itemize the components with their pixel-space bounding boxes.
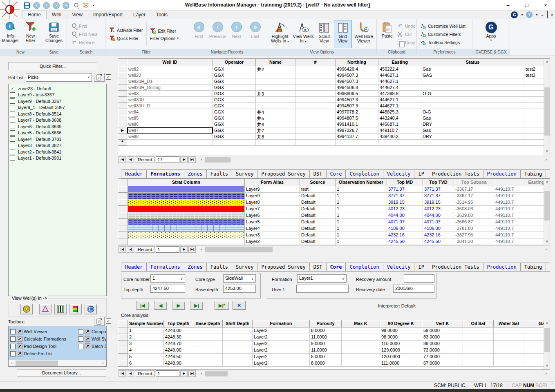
row-selector[interactable] [118,115,127,121]
cell-top_md[interactable]: 4044.00 [387,212,423,219]
cell-obs[interactable]: 1 [336,225,387,232]
first-record-button[interactable]: |◀ [119,156,126,163]
tab-formations[interactable]: Formations [146,263,184,271]
cell-northing[interactable]: 4994137.7 [336,134,378,140]
cell-formation[interactable]: Layer2 [253,327,310,334]
well-row[interactable]: well8GGX井84994137.7439440.2DRY [118,134,550,140]
new-record-selector[interactable]: * [118,140,127,146]
column-header-selector[interactable] [118,179,128,186]
scroll-left-icon[interactable]: ‹ [198,246,205,253]
cell-obs[interactable]: 1 [336,232,387,238]
next-button[interactable]: ›Next [227,20,246,48]
tab-layer[interactable]: Layer [128,11,151,20]
column-header[interactable]: Shift Depth [223,320,253,327]
cell-name[interactable] [256,85,295,91]
row-selector[interactable] [118,186,128,193]
column-header[interactable]: # [295,59,336,66]
list-item-pick[interactable]: Layer9 - test-3367 [10,92,106,98]
cell-extra[interactable] [524,134,544,140]
mdi-minimize-icon[interactable]: – [541,12,543,17]
tab-tools[interactable]: Tools [151,11,173,20]
row-selector[interactable] [118,72,127,78]
cell-northing[interactable]: 4994506.8 [336,85,378,91]
scroll-down-icon[interactable]: ∨ [544,238,550,245]
pick-checkbox[interactable] [10,124,15,129]
close-button[interactable]: × [536,0,555,11]
toolbox-hscrollbar[interactable]: ‹ › [9,360,106,366]
cell-top_subsea[interactable]: -3367.17 [454,186,494,193]
cell-maxk[interactable] [342,334,380,341]
tab-production-tests[interactable]: Production Tests [428,169,483,178]
toolbox-item[interactable]: ↗Well Sym [78,336,107,342]
cell-top[interactable]: 4249.90 [164,360,193,367]
cell-name[interactable]: 井8 [256,134,295,140]
cell-sample[interactable]: 6 [128,360,164,367]
cell-porosity[interactable]: 8.0000 [310,327,342,334]
toolbox-item-checkbox[interactable] [78,329,83,334]
cell-operator[interactable]: GGX [213,115,256,121]
list-item-pick[interactable]: Layer5 - Default-3666 [10,130,106,136]
cell-source[interactable]: test [300,186,336,193]
toolbox-settings-button[interactable]: ToolBox Settings [420,39,465,46]
prev-record-button[interactable]: ◀ [127,246,134,253]
view-wells-in-button[interactable]: View Wells In ▾ [292,20,315,48]
toolbox-item[interactable]: ↗Composi [78,329,107,334]
cell-empty[interactable] [295,140,336,146]
toolbox-item[interactable]: ↗Pad Design Tool [10,343,56,349]
cell-status[interactable]: Gas [421,115,524,121]
strat-pattern-cell[interactable] [128,225,245,232]
column-header[interactable]: Form Alias [245,179,300,186]
first-record-button[interactable]: |◀ [119,246,126,253]
cell-top_tvd[interactable]: 4186.00 [423,225,454,232]
cell-easting[interactable]: 449110.7 [494,219,544,225]
cell-alias[interactable]: Layer9 [245,193,300,199]
pick-checkbox[interactable] [10,118,15,123]
formation-select[interactable]: Layer1∨ [297,274,347,283]
formation-row[interactable]: Layer6Default14044.004044.00-3639.804491… [118,212,550,219]
cell-extra[interactable] [524,127,544,134]
tab-tubing[interactable]: Tubing [520,169,546,178]
column-header[interactable]: Max K [342,320,380,327]
cell-name[interactable] [256,103,295,109]
cell-extra[interactable]: test3 [524,72,544,78]
hot-list-checkbox[interactable]: ✓ [106,74,111,80]
column-header[interactable]: Gas [524,320,544,327]
cell-northing[interactable]: 4994507.3 [336,72,378,78]
tab-proposed-survey[interactable]: Proposed Survey [257,263,309,271]
cell-easting[interactable]: 444627.1 [378,78,421,85]
column-header[interactable] [524,59,544,66]
well-row[interactable]: well20GGX4994507.3444627.1GAStest3 [118,72,550,78]
row-selector[interactable] [118,134,127,140]
cell-water[interactable] [494,341,524,347]
cell-easting[interactable]: 450222.4 [378,66,421,72]
cell-operator[interactable]: GGX [213,85,256,91]
cell-obs[interactable]: 1 [336,212,387,219]
cell-operator[interactable]: GGX [213,72,256,78]
cell-base[interactable] [193,334,223,341]
cell-num[interactable] [295,66,336,72]
cell-easting[interactable]: 444627.1 [378,103,421,109]
paste-button[interactable]: Paste [379,20,395,48]
cell-top_tvd[interactable]: 4245.50 [423,238,454,245]
cell-shift[interactable] [223,347,253,354]
cell-water[interactable] [494,347,524,354]
cell-alias[interactable]: Layer6 [245,212,300,219]
well-grid-vscrollbar[interactable]: ∧ ∨ [544,59,550,155]
tab-zones[interactable]: Zones [184,263,207,271]
cell-status[interactable] [421,97,524,103]
cell-extra[interactable] [524,85,544,91]
scroll-right-icon[interactable]: › [543,370,549,377]
record-number-input[interactable] [156,370,179,377]
tab-ip[interactable]: IP [414,169,428,178]
quick-filter-button[interactable]: Quick Filter... [8,62,97,70]
cell-extra[interactable]: test2 [524,66,544,72]
cell-northing[interactable]: 4996809.5 [336,91,378,97]
cell-top_md[interactable]: 4245.50 [387,238,423,245]
well-row[interactable]: well30HGGX4994507.3444627.1 [118,97,550,103]
cell-alias[interactable]: Layer7 [245,206,300,212]
cell-porosity[interactable]: 11.0000 [310,334,342,341]
cell-easting[interactable]: 449110.7 [494,212,544,219]
cell-name[interactable] [256,72,295,78]
first-record-button[interactable]: |◀ [119,370,126,377]
cell-deg90[interactable]: 110.0000 [380,341,422,347]
